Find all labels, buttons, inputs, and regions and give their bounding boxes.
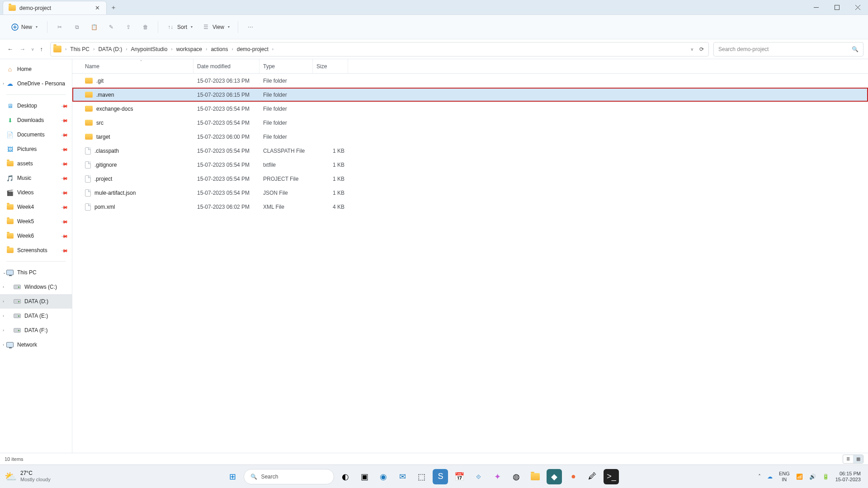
- thumbnails-view-button[interactable]: ▦: [853, 455, 863, 463]
- plus-circle-icon: [11, 23, 19, 31]
- sidebar-drive-item[interactable]: ›DATA (E:): [0, 309, 72, 323]
- calendar-icon[interactable]: 📅: [452, 469, 467, 484]
- vscode-icon[interactable]: ⟐: [471, 469, 486, 484]
- column-header-type[interactable]: Type: [259, 59, 313, 73]
- sidebar-drive-item[interactable]: ›DATA (F:): [0, 323, 72, 338]
- file-row[interactable]: .classpath15-07-2023 05:54 PMCLASSPATH F…: [72, 144, 868, 158]
- file-row[interactable]: src15-07-2023 05:54 PMFile folder: [72, 116, 868, 130]
- more-button[interactable]: ⋯: [243, 21, 258, 33]
- sidebar-quick-item[interactable]: 📄Documents📌: [0, 127, 72, 142]
- pin-icon: 📌: [61, 247, 68, 254]
- wifi-icon[interactable]: 📶: [796, 474, 803, 480]
- file-type: txtfile: [259, 162, 313, 168]
- sidebar-quick-item[interactable]: Week4📌: [0, 200, 72, 214]
- sidebar-drive-item[interactable]: ›Windows (C:): [0, 280, 72, 294]
- forward-button[interactable]: →: [19, 46, 25, 52]
- sidebar-quick-item[interactable]: 🖥Desktop📌: [0, 99, 72, 113]
- sidebar-quick-item[interactable]: assets📌: [0, 156, 72, 171]
- dropbox-icon[interactable]: ⬚: [414, 469, 429, 484]
- sidebar-quick-item[interactable]: 🖼Pictures📌: [0, 142, 72, 156]
- sidebar-item-network[interactable]: › Network: [0, 338, 72, 352]
- sort-button[interactable]: ↑↓ Sort ▾: [163, 21, 196, 33]
- sidebar-quick-item[interactable]: Screenshots📌: [0, 243, 72, 258]
- file-row[interactable]: target15-07-2023 06:00 PMFile folder: [72, 130, 868, 144]
- close-window-button[interactable]: [847, 0, 868, 14]
- volume-icon[interactable]: 🔊: [809, 474, 816, 480]
- file-row[interactable]: exchange-docs15-07-2023 05:54 PMFile fol…: [72, 102, 868, 116]
- file-row[interactable]: pom.xml15-07-2023 06:02 PMXML File4 KB: [72, 200, 868, 214]
- start-button[interactable]: ⊞: [225, 469, 240, 484]
- address-dropdown-button[interactable]: v: [691, 47, 693, 52]
- sidebar-quick-item[interactable]: 🎵Music📌: [0, 171, 72, 185]
- mail-icon[interactable]: ✉: [395, 469, 410, 484]
- folder-icon: [6, 247, 14, 253]
- file-row[interactable]: .maven15-07-2023 06:15 PMFile folder: [72, 88, 868, 102]
- breadcrumb-item[interactable]: workspace: [175, 45, 204, 53]
- postman-icon[interactable]: ●: [566, 469, 581, 484]
- battery-icon[interactable]: 🔋: [822, 474, 829, 480]
- sidebar-item-onedrive[interactable]: › ☁ OneDrive - Persona: [0, 76, 72, 91]
- sidebar-quick-item[interactable]: 🎬Videos📌: [0, 185, 72, 200]
- sidebar-item-label: DATA (D:): [24, 298, 48, 305]
- dropdown-caret-icon: ▾: [191, 25, 193, 29]
- share-button[interactable]: ⇪: [121, 21, 136, 33]
- weather-widget[interactable]: ⛅ 27°C Mostly cloudy: [5, 470, 86, 482]
- breadcrumb-item[interactable]: DATA (D:): [96, 45, 124, 53]
- up-button[interactable]: ↑: [40, 46, 43, 52]
- sidebar-quick-item[interactable]: ⬇Downloads📌: [0, 113, 72, 127]
- sidebar-drive-item[interactable]: ›DATA (D:): [0, 294, 72, 309]
- column-header-date[interactable]: Date modified: [193, 59, 259, 73]
- tab-close-button[interactable]: ✕: [93, 5, 102, 11]
- sidebar-item-home[interactable]: ⌂ Home: [0, 62, 72, 76]
- back-button[interactable]: ←: [7, 46, 13, 52]
- copy-button[interactable]: ⧉: [69, 21, 85, 33]
- app-icon[interactable]: ✦: [490, 469, 505, 484]
- file-row[interactable]: .git15-07-2023 06:13 PMFile folder: [72, 74, 868, 88]
- taskbar-search[interactable]: 🔍 Search: [244, 469, 334, 484]
- tray-chevron-icon[interactable]: ˄: [758, 474, 761, 480]
- view-button[interactable]: ☰ View ▾: [198, 21, 233, 33]
- new-button[interactable]: New ▾: [6, 21, 42, 33]
- terminal-icon[interactable]: >_: [604, 469, 619, 484]
- sidebar-quick-item[interactable]: Week5📌: [0, 214, 72, 229]
- details-view-button[interactable]: ≣: [843, 455, 853, 463]
- file-name: target: [96, 134, 110, 140]
- column-header-size[interactable]: Size: [313, 59, 348, 73]
- copilot-icon[interactable]: ◐: [338, 469, 353, 484]
- file-row[interactable]: .project15-07-2023 05:54 PMPROJECT File1…: [72, 172, 868, 186]
- breadcrumb-bar[interactable]: › This PC›DATA (D:)›AnypointStudio›works…: [50, 42, 709, 56]
- cut-button[interactable]: ✂: [52, 21, 67, 33]
- column-header-name[interactable]: Name ˄: [81, 59, 193, 73]
- recent-locations-button[interactable]: v: [32, 47, 34, 52]
- breadcrumb-item[interactable]: actions: [209, 45, 230, 53]
- chrome-icon[interactable]: ◍: [509, 469, 524, 484]
- active-tab[interactable]: demo-project ✕: [3, 1, 107, 14]
- paste-button[interactable]: 📋: [86, 21, 102, 33]
- new-tab-button[interactable]: ＋: [107, 1, 120, 14]
- file-row[interactable]: mule-artifact.json15-07-2023 05:54 PMJSO…: [72, 186, 868, 200]
- breadcrumb-item[interactable]: demo-project: [235, 45, 270, 53]
- file-row[interactable]: .gitignore15-07-2023 05:54 PMtxtfile1 KB: [72, 158, 868, 172]
- tab-strip: demo-project ✕ ＋: [0, 1, 120, 14]
- sidebar-item-this-pc[interactable]: ⌄ This PC: [0, 265, 72, 280]
- sublime-icon[interactable]: S: [433, 469, 448, 484]
- file-explorer-icon[interactable]: [528, 469, 543, 484]
- clock[interactable]: 06:15 PM 15-07-2023: [835, 471, 861, 482]
- sidebar-quick-item[interactable]: Week6📌: [0, 229, 72, 243]
- language-indicator[interactable]: ENG IN: [779, 471, 790, 482]
- breadcrumb-item[interactable]: This PC: [68, 45, 91, 53]
- rename-button[interactable]: ✎: [104, 21, 119, 33]
- onedrive-tray-icon[interactable]: ☁: [767, 474, 773, 480]
- pin-icon: 📌: [61, 102, 68, 109]
- maximize-button[interactable]: [826, 0, 847, 14]
- app-icon[interactable]: ◆: [547, 469, 562, 484]
- delete-button[interactable]: 🗑: [138, 21, 153, 33]
- search-box[interactable]: Search demo-project 🔍: [713, 42, 863, 56]
- app-icon[interactable]: 🖉: [585, 469, 600, 484]
- refresh-button[interactable]: ⟳: [699, 46, 704, 52]
- file-type: File folder: [259, 120, 313, 126]
- breadcrumb-item[interactable]: AnypointStudio: [129, 45, 170, 53]
- minimize-button[interactable]: [806, 0, 826, 14]
- task-view-icon[interactable]: ▣: [357, 469, 372, 484]
- edge-icon[interactable]: ◉: [376, 469, 391, 484]
